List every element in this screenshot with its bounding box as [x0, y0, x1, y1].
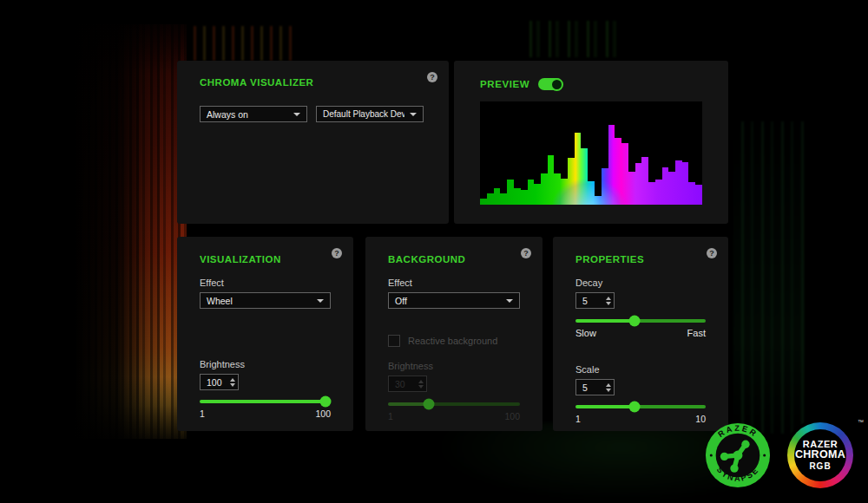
spinner-value: 5 — [576, 382, 602, 393]
backdrop-bottom-green-glow — [434, 423, 746, 503]
help-icon[interactable]: ? — [427, 72, 437, 82]
razer-chroma-rgb-logo: RAZER CHROMA RGB ™ — [784, 419, 857, 492]
toggle-knob — [550, 78, 563, 91]
help-icon[interactable]: ? — [707, 248, 717, 258]
slider-thumb[interactable] — [628, 316, 640, 327]
panel-title: PROPERTIES — [575, 254, 706, 265]
slider-track[interactable] — [575, 405, 706, 408]
slider-max-label: 100 — [315, 408, 331, 419]
spinner-up-icon[interactable] — [606, 297, 611, 300]
decay-spinner[interactable]: 5 — [575, 292, 615, 309]
chevron-down-icon — [410, 113, 417, 116]
visualizer-mode-dropdown[interactable]: Always on — [200, 106, 307, 122]
spinner-up-icon[interactable] — [230, 378, 235, 382]
panel-title: VISUALIZATION — [200, 254, 331, 265]
spinner-up-icon — [418, 380, 424, 383]
spectrum-mask-col — [695, 101, 702, 185]
backdrop-top-green-streaks — [521, 21, 621, 57]
spinner-value: 5 — [576, 296, 602, 306]
slider-track — [388, 402, 520, 406]
scale-spinner[interactable]: 5 — [575, 379, 615, 395]
effect-label: Effect — [200, 278, 331, 288]
decay-slider[interactable] — [575, 315, 706, 327]
panel-title: BACKGROUND — [388, 254, 520, 265]
spinner-value: 30 — [389, 379, 415, 389]
slider-max-label: 100 — [504, 411, 520, 421]
slider-track[interactable] — [575, 319, 706, 323]
brightness-slider[interactable] — [200, 395, 331, 408]
background-effect-dropdown[interactable]: Off — [388, 292, 520, 309]
checkbox-label: Reactive background — [408, 336, 497, 346]
razer-synapse-logo: RAZER SYNAPSE — [704, 421, 772, 489]
backdrop-right-green-streaks — [733, 121, 805, 434]
brightness-label: Brightness — [200, 359, 331, 369]
backdrop-flame-fade — [74, 24, 187, 439]
slider-track[interactable] — [200, 400, 331, 403]
chevron-down-icon — [506, 299, 513, 303]
reactive-background-checkbox — [388, 335, 400, 347]
spinner-down-icon[interactable] — [606, 302, 611, 305]
panel-title: CHROMA VISUALIZER — [200, 77, 426, 88]
slider-thumb[interactable] — [628, 402, 640, 413]
slider-max-label: Fast — [687, 328, 706, 338]
slider-thumb — [424, 399, 435, 410]
scale-slider[interactable] — [575, 401, 706, 413]
help-icon[interactable]: ? — [521, 248, 531, 258]
visualization-effect-dropdown[interactable]: Wheel — [200, 292, 331, 309]
decay-label: Decay — [575, 278, 706, 288]
spectrum-bars — [480, 101, 702, 205]
spinner-down-icon — [418, 385, 424, 389]
brightness-spinner-disabled: 30 — [388, 376, 427, 392]
effect-label: Effect — [388, 278, 520, 288]
chevron-down-icon — [293, 113, 300, 116]
chevron-down-icon — [317, 299, 324, 303]
background-brightness-slider-disabled — [388, 398, 520, 410]
backdrop-top-warm-streaks — [187, 26, 295, 61]
chroma-logo-line2: CHROMA — [795, 449, 845, 461]
brightness-spinner[interactable]: 100 — [200, 374, 239, 390]
reactive-background-row: Reactive background — [388, 335, 520, 347]
panel-visualization: ? VISUALIZATION Effect Wheel Brightness … — [177, 237, 353, 431]
panel-preview: PREVIEW — [454, 61, 728, 224]
slider-min-label: 1 — [200, 408, 205, 419]
slider-min-label: 1 — [575, 414, 581, 424]
scale-label: Scale — [575, 364, 706, 375]
dropdown-value: Default Playback Device — [323, 109, 404, 119]
dropdown-value: Always on — [207, 109, 248, 120]
dropdown-value: Off — [395, 296, 407, 306]
trademark-symbol: ™ — [858, 419, 864, 425]
slider-min-label: Slow — [575, 328, 596, 338]
slider-min-label: 1 — [388, 411, 393, 421]
playback-device-dropdown[interactable]: Default Playback Device — [316, 106, 424, 122]
chroma-visualizer-app: ? CHROMA VISUALIZER Always on Default Pl… — [0, 0, 868, 503]
help-icon[interactable]: ? — [332, 248, 342, 258]
spinner-up-icon[interactable] — [606, 383, 611, 387]
dropdown-value: Wheel — [207, 296, 233, 306]
spinner-value: 100 — [201, 377, 227, 388]
panel-background: ? BACKGROUND Effect Off Reactive backgro… — [365, 237, 542, 431]
spinner-down-icon[interactable] — [230, 383, 235, 387]
slider-thumb[interactable] — [319, 396, 331, 408]
preview-toggle[interactable] — [538, 78, 562, 90]
chroma-logo-line3: RGB — [809, 461, 831, 472]
panel-chroma-visualizer: ? CHROMA VISUALIZER Always on Default Pl… — [177, 61, 449, 224]
preview-label: PREVIEW — [480, 79, 529, 89]
spinner-down-icon[interactable] — [606, 389, 611, 392]
panel-properties: ? PROPERTIES Decay 5 Slow Fast Scale 5 — [553, 237, 728, 431]
brightness-label: Brightness — [388, 361, 520, 371]
